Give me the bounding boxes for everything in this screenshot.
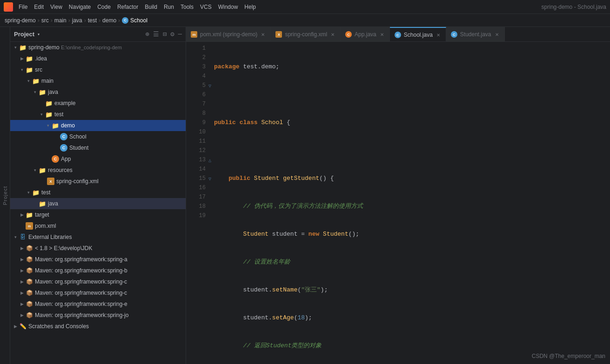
tree-item-scratches[interactable]: ▶ ✏️ Scratches and Consoles [10,321,186,332]
tree-item-test-src[interactable]: ▾ 📁 test [10,187,186,198]
tree-item-idea[interactable]: ▶ 📁 .idea [10,53,186,64]
sidebar: Project ▾ ⊕ ☰ ⊟ ⚙ — ▾ 📁 spring-demo E:\o… [10,27,186,364]
tree-item-maven-c1[interactable]: ▶ 📦 Maven: org.springframework:spring-c [10,276,186,287]
folder-icon: 📁 [51,122,60,129]
tree-item-src[interactable]: ▾ 📁 src [10,64,186,75]
class-icon: C [60,144,68,152]
menu-navigate[interactable]: Navigate [69,4,91,10]
menu-file[interactable]: File [19,4,27,10]
tree-item-test-pkg[interactable]: ▾ 📁 test [10,109,186,120]
arrow-icon: ▶ [19,56,25,61]
lib-icon: 📦 [25,245,34,252]
code-content[interactable]: package test.demo; public class School {… [209,42,610,364]
breadcrumb-spring-demo[interactable]: spring-demo [5,17,36,24]
tree-item-app[interactable]: ▶ C App [10,153,186,165]
tab-pom-close[interactable]: ✕ [260,31,266,38]
tree-item-spring-demo[interactable]: ▾ 📁 spring-demo E:\online_code\spring-de… [10,42,186,53]
sidebar-scope-icon[interactable]: ⊕ [145,30,149,38]
tab-school-close[interactable]: ✕ [436,32,441,39]
code-line-6: // 伪代码，仅为了演示方法注解的使用方式 [214,202,610,211]
menu-help[interactable]: Help [244,4,256,10]
tree-item-java[interactable]: ▾ 📁 java [10,86,186,98]
sidebar-header: Project ▾ ⊕ ☰ ⊟ ⚙ — [10,27,186,42]
folder-green-icon: 📁 [38,200,47,207]
side-gutter-label: Project [2,186,8,205]
class-icon: C [51,155,60,163]
breadcrumb-school[interactable]: C School [122,17,147,24]
folder-src-icon: 📁 [38,88,47,96]
tree-item-resources[interactable]: ▾ 📁 resources [10,165,186,176]
tree-item-main[interactable]: ▾ 📁 main [10,75,186,86]
tree-label: main [41,78,182,84]
tab-school[interactable]: C School.java ✕ [390,27,446,42]
fold-icon[interactable]: ▽ [208,82,211,91]
code-line-7: Student student = new Student(); [214,230,610,239]
tree-item-ext-libs[interactable]: ▾ 🗄 External Libraries [10,232,186,243]
tree-item-maven-j[interactable]: ▶ 📦 Maven: org.springframework:spring-jo [10,310,186,321]
tab-spring-config-icon: X [275,31,282,38]
sidebar-flatten-icon[interactable]: ☰ [153,30,159,38]
menu-vcs[interactable]: VCS [200,4,212,10]
menu-run[interactable]: Run [164,4,174,10]
sidebar-collapse-icon[interactable]: ⊟ [163,30,167,38]
breadcrumb-test[interactable]: test [88,17,97,24]
tab-app[interactable]: C App.java ✕ [341,27,390,42]
sidebar-chevron-icon[interactable]: ▾ [37,32,40,37]
line-numbers: 1 2 3 4 5▽ 6 7 8 9 10 11 12 13△ 14 15▽ 1… [186,42,209,364]
breadcrumb-main[interactable]: main [54,17,67,24]
tab-student[interactable]: C Student.java ✕ [446,27,505,42]
tree-item-maven-b[interactable]: ▶ 📦 Maven: org.springframework:spring-b [10,265,186,276]
tree-item-java-test[interactable]: ▶ 📁 java [10,198,186,209]
tree-item-maven-a[interactable]: ▶ 📦 Maven: org.springframework:spring-a [10,254,186,265]
lib-icon: 📦 [25,300,34,308]
code-line-4 [214,146,610,155]
tab-school-label: School.java [404,32,433,38]
tree-item-school[interactable]: ▶ C School [10,131,186,142]
menu-refactor[interactable]: Refactor [117,4,138,10]
tab-app-close[interactable]: ✕ [379,31,385,38]
code-editor[interactable]: 1 2 3 4 5▽ 6 7 8 9 10 11 12 13△ 14 15▽ 1… [186,42,610,364]
tree-item-example[interactable]: ▶ 📁 example [10,98,186,109]
folder-resources-icon: 📁 [38,166,47,174]
menu-tools[interactable]: Tools [181,4,194,10]
code-line-1: package test.demo; [214,62,610,72]
menu-code[interactable]: Code [97,4,111,10]
tab-spring-config[interactable]: X spring-config.xml ✕ [271,27,341,42]
side-gutter: Project [0,27,10,364]
tree-label: .idea [35,55,182,62]
menu-view[interactable]: View [50,4,62,10]
tab-spring-config-close[interactable]: ✕ [330,31,335,38]
tree-item-target[interactable]: ▶ 📁 target [10,209,186,220]
fold-icon[interactable]: ▽ [208,175,211,184]
code-line-5: public Student getStudent() { [214,174,610,183]
sidebar-content: ▾ 📁 spring-demo E:\online_code\spring-de… [10,42,186,364]
tree-item-maven-c2[interactable]: ▶ 📦 Maven: org.springframework:spring-c [10,287,186,298]
code-line-11: // 返回Student类型的对象 [214,341,610,351]
tree-item-pom[interactable]: ▶ m pom.xml [10,220,186,232]
sidebar-toolbar: ⊕ ☰ ⊟ ⚙ — [145,30,182,38]
window-title: spring-demo - School.java [542,4,606,10]
tree-item-maven-e[interactable]: ▶ 📦 Maven: org.springframework:spring-e [10,298,186,310]
tree-item-demo[interactable]: ▾ 📁 demo [10,120,186,131]
sidebar-hide-icon[interactable]: — [178,30,182,38]
breadcrumb-demo[interactable]: demo [102,17,116,24]
tab-student-close[interactable]: ✕ [494,31,500,38]
sidebar-settings-icon[interactable]: ⚙ [170,30,174,38]
tab-spring-config-label: spring-config.xml [285,31,327,38]
scratches-icon: ✏️ [19,323,27,330]
menu-edit[interactable]: Edit [34,4,44,10]
arrow-icon: ▾ [25,79,32,83]
tree-item-spring-config[interactable]: ▶ X spring-config.xml [10,176,186,187]
arrow-icon: ▶ [53,146,60,150]
menu-window[interactable]: Window [218,4,238,10]
tab-pom[interactable]: m pom.xml (spring-demo) ✕ [186,27,271,42]
breadcrumb-src[interactable]: src [41,17,49,24]
tree-item-jdk[interactable]: ▶ 📦 < 1.8 > E:\develop\JDK [10,243,186,254]
fold-icon[interactable]: △ [208,156,211,165]
tab-pom-icon: m [191,31,197,38]
menu-build[interactable]: Build [145,4,157,10]
tree-label: test [54,111,182,118]
arrow-icon: ▶ [32,201,38,206]
breadcrumb-java[interactable]: java [72,17,82,24]
tree-item-student[interactable]: ▶ C Student [10,142,186,153]
